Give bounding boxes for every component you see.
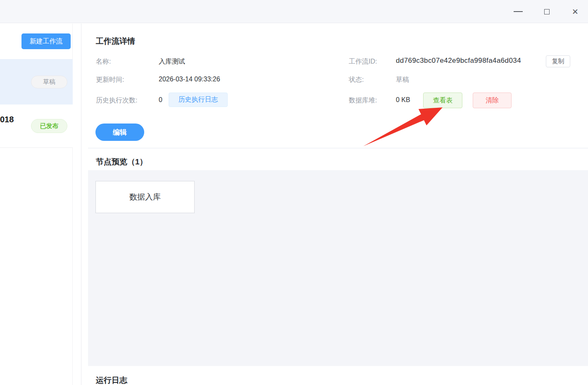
status-label: 状态:: [349, 76, 364, 84]
status-badge-draft: 草稿: [31, 76, 67, 88]
edit-button[interactable]: 编辑: [95, 124, 144, 141]
sidebar-item-selected[interactable]: 草稿: [0, 59, 73, 105]
new-workflow-button[interactable]: 新建工作流: [21, 33, 71, 49]
workflow-sidebar: 新建工作流 草稿 018 已发布: [0, 24, 73, 385]
node-card[interactable]: 数据入库: [95, 181, 195, 213]
maximize-icon: [544, 9, 550, 14]
name-label: 名称:: [96, 57, 111, 66]
sidebar-item-published[interactable]: 018 已发布: [0, 105, 73, 148]
node-preview-canvas: 数据入库: [88, 170, 588, 366]
minimize-button[interactable]: [509, 0, 528, 23]
updated-label: 更新时间:: [96, 76, 124, 84]
close-icon: ✕: [572, 8, 578, 16]
status-value: 草稿: [396, 76, 409, 84]
runs-label: 历史执行次数:: [96, 96, 137, 105]
heap-value: 0 KB: [396, 96, 410, 104]
status-badge-published: 已发布: [31, 119, 67, 133]
title-bar: ✕: [0, 0, 588, 23]
updated-value: 2026-03-14 09:33:26: [159, 76, 220, 83]
annotation-arrow-icon: [357, 102, 448, 149]
workflow-item-label: 018: [0, 115, 14, 124]
view-table-button[interactable]: 查看表: [423, 93, 462, 108]
name-value: 入库测试: [159, 57, 185, 66]
minimize-icon: [514, 11, 523, 12]
copy-button[interactable]: 复制: [546, 55, 570, 67]
workflow-detail-panel: 工作流详情 名称: 入库测试 工作流ID: dd769c3bc07e42e9bc…: [81, 24, 588, 385]
section-divider: [88, 148, 588, 148]
workflow-id-label: 工作流ID:: [349, 57, 377, 66]
heap-label: 数据库堆:: [349, 96, 377, 105]
run-log-title: 运行日志: [96, 375, 127, 385]
page-title: 工作流详情: [96, 36, 135, 47]
maximize-button[interactable]: [537, 0, 556, 23]
history-log-button[interactable]: 历史执行日志: [169, 93, 228, 107]
clear-button[interactable]: 清除: [473, 93, 512, 108]
workflow-id-value: dd769c3bc07e42e9bcfa998fa4a6d034: [396, 57, 521, 65]
close-button[interactable]: ✕: [566, 0, 585, 23]
app-window: ✕ 新建工作流 草稿 018 已发布 工作流详情 名称: 入库测试 工作流ID:…: [0, 0, 588, 385]
runs-value: 0: [159, 96, 162, 104]
node-preview-title: 节点预览（1）: [96, 157, 148, 167]
